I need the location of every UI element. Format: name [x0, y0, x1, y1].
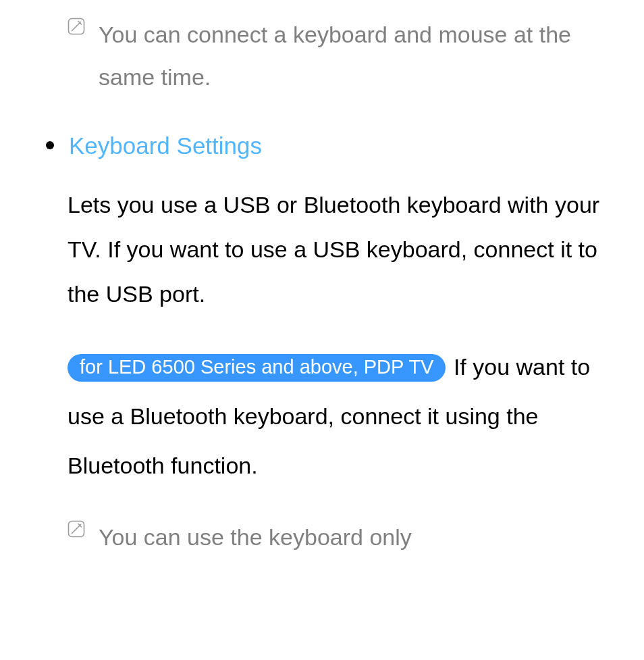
bullet-icon — [46, 141, 54, 149]
note-text-top: You can connect a keyboard and mouse at … — [99, 14, 617, 99]
note-block-top: You can connect a keyboard and mouse at … — [68, 14, 617, 99]
paragraph-2: for LED 6500 Series and above, PDP TV If… — [68, 342, 603, 490]
model-pill-badge: for LED 6500 Series and above, PDP TV — [68, 354, 446, 382]
section-title: Keyboard Settings — [69, 129, 262, 162]
note-icon — [68, 18, 85, 35]
paragraph-1: Lets you use a USB or Bluetooth keyboard… — [68, 182, 603, 317]
note-icon — [68, 520, 85, 538]
section-header: Keyboard Settings — [68, 129, 617, 162]
note-text-bottom: You can use the keyboard only — [99, 516, 617, 559]
doc-content: You can connect a keyboard and mouse at … — [0, 0, 644, 559]
note-block-bottom: You can use the keyboard only — [68, 516, 617, 559]
